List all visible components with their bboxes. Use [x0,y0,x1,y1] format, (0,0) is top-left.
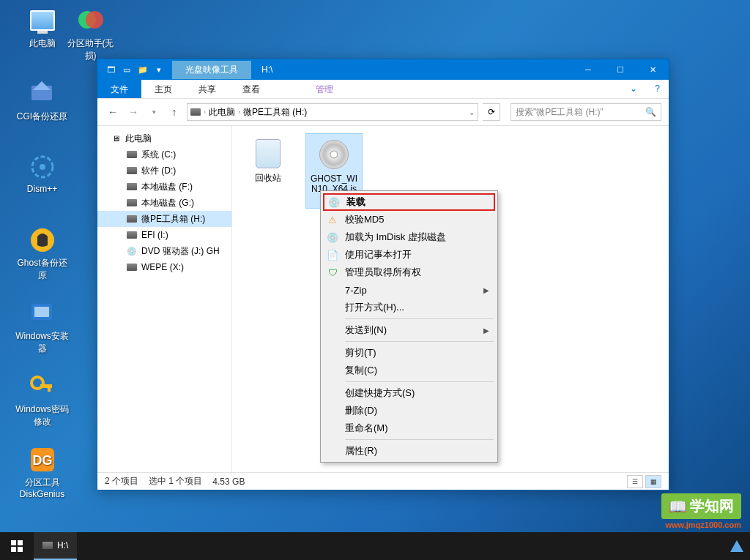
ctx-separator [345,341,494,342]
ctx-cut[interactable]: 剪切(T) [323,344,495,362]
ctx-7zip[interactable]: 7-Zip ▶ [323,281,495,299]
ctx-imdisk[interactable]: 💿 加载为 ImDisk 虚拟磁盘 [323,228,495,246]
disc-icon: 💿 [326,231,339,244]
ribbon-tab-manage[interactable]: 管理 [302,80,346,98]
tree-drive-x[interactable]: WEPE (X:) [97,259,231,275]
svg-rect-11 [48,387,51,392]
minimize-button[interactable]: ─ [572,59,604,80]
drive-icon [42,540,53,550]
tree-dvd-drive[interactable]: 💿DVD 驱动器 (J:) GH [97,243,231,259]
ribbon-tabs: 文件 主页 共享 查看 管理 ⌄ ? [97,80,669,99]
tree-this-pc[interactable]: 🖥 此电脑 [97,130,231,146]
title-bar: 🗔 ▭ 📁 ▾ 光盘映像工具 H:\ ─ ☐ ✕ [97,59,669,80]
help-icon[interactable]: ? [646,80,669,98]
submenu-arrow-icon: ▶ [483,326,489,335]
nav-forward-button[interactable]: → [125,104,141,120]
desktop-icon-ghost[interactable]: Ghost备份还原 [15,225,70,282]
desktop-icon-label: Windows安装器 [15,330,70,355]
ctx-delete[interactable]: 删除(D) [323,402,495,419]
view-icons-button[interactable]: ▦ [645,475,661,488]
nav-up-button[interactable]: ↑ [166,104,182,120]
ctx-sendto[interactable]: 发送到(N) ▶ [323,321,495,339]
tree-drive-g[interactable]: 本地磁盘 (G:) [97,195,231,211]
ribbon-tab-file[interactable]: 文件 [97,80,141,98]
status-bar: 2 个项目 选中 1 个项目 4.53 GB ☰ ▦ [97,472,669,490]
tray-icon[interactable] [728,537,746,555]
svg-rect-14 [11,540,16,545]
desktop-icon-partition-assistant[interactable]: 分区助手(无损) [63,6,118,62]
submenu-arrow-icon: ▶ [483,286,489,294]
view-details-button[interactable]: ☰ [627,475,643,488]
nav-history-dropdown[interactable]: ▾ [146,104,162,120]
ctx-notepad[interactable]: 📄 使用记事本打开 [323,246,495,264]
ctx-separator [345,381,494,382]
desktop-icon-label: 分区工具DiskGenius [15,477,70,499]
tree-drive-h[interactable]: 微PE工具箱 (H:) [97,211,231,227]
desktop-icon-windows-installer[interactable]: Windows安装器 [15,299,70,355]
desktop-icon-this-pc[interactable]: 此电脑 [15,6,70,50]
book-icon: 📖 [669,498,687,515]
ctx-separator [345,318,494,319]
ctx-md5[interactable]: ⚠ 校验MD5 [323,211,495,228]
svg-rect-17 [18,547,23,552]
drive-icon [190,107,201,117]
tree-drive-f[interactable]: 本地磁盘 (F:) [97,179,231,195]
svg-rect-8 [34,307,49,317]
tree-drive-c[interactable]: 系统 (C:) [97,146,231,163]
context-menu: 💿 装载 ⚠ 校验MD5 💿 加载为 ImDisk 虚拟磁盘 📄 使用记事本打开… [320,190,498,463]
address-bar[interactable]: ›此电脑 ›微PE工具箱 (H:) ⌄ [187,103,478,121]
svg-point-5 [40,164,45,170]
ctx-properties[interactable]: 属性(R) [323,442,495,460]
status-size: 4.53 GB [212,477,245,487]
system-tray[interactable] [728,537,750,555]
warning-icon: ⚠ [326,213,339,226]
desktop-icon-password[interactable]: Windows密码修改 [15,372,70,428]
breadcrumb-root[interactable]: 此电脑 [209,106,235,119]
start-button[interactable] [0,532,34,560]
file-recycle-bin[interactable]: 回收站 [240,133,297,186]
desktop-icon-label: CGI备份还原 [17,111,67,123]
qat-dropdown-icon[interactable]: ▾ [153,64,165,75]
ctx-mount[interactable]: 💿 装载 [323,193,495,211]
taskbar-item-explorer[interactable]: H:\ [34,532,77,560]
ribbon-tab-view[interactable]: 查看 [229,80,273,98]
ctx-rename[interactable]: 重命名(M) [323,419,495,437]
search-input[interactable]: 搜索"微PE工具箱 (H:)" 🔍 [510,103,661,121]
ribbon-expand-icon[interactable]: ⌄ [621,80,646,98]
ctx-separator [345,439,494,440]
dvd-icon: 💿 [127,246,137,256]
desktop-icon-dism[interactable]: Dism++ [15,152,70,194]
close-button[interactable]: ✕ [636,59,669,80]
desktop-icon-diskgenius[interactable]: DG 分区工具DiskGenius [15,445,70,499]
ctx-openwith[interactable]: 打开方式(H)... [323,299,495,316]
refresh-button[interactable]: ⟳ [483,103,500,121]
status-selected: 选中 1 个项目 [149,475,202,488]
ctx-shortcut[interactable]: 创建快捷方式(S) [323,384,495,402]
ctx-copy[interactable]: 复制(C) [323,362,495,379]
address-row: ← → ▾ ↑ ›此电脑 ›微PE工具箱 (H:) ⌄ ⟳ 搜索"微PE工具箱 … [97,99,669,126]
status-item-count: 2 个项目 [105,475,138,488]
watermark: 📖学知网 www.jmqz1000.com [661,493,741,529]
svg-text:DG: DG [32,453,52,468]
nav-back-button[interactable]: ← [105,104,121,120]
navigation-pane[interactable]: 🖥 此电脑 系统 (C:) 软件 (D:) 本地磁盘 (F:) 本地磁盘 (G:… [97,126,232,472]
address-dropdown-icon[interactable]: ⌄ [469,108,475,116]
contextual-tab[interactable]: 光盘映像工具 [172,61,251,79]
desktop-icon-cgi-backup[interactable]: CGI备份还原 [15,79,70,123]
svg-point-1 [86,11,103,29]
qat-newfolder-icon[interactable]: 📁 [137,64,149,75]
svg-rect-15 [18,540,23,545]
watermark-url: www.jmqz1000.com [661,520,741,529]
ctx-admin[interactable]: 🛡 管理员取得所有权 [323,264,495,281]
ribbon-tab-share[interactable]: 共享 [185,80,229,98]
maximize-button[interactable]: ☐ [604,59,636,80]
ribbon-tab-home[interactable]: 主页 [141,80,185,98]
qat-properties-icon[interactable]: ▭ [121,64,133,75]
disc-icon: 💿 [327,195,341,209]
tree-drive-d[interactable]: 软件 (D:) [97,163,231,179]
search-placeholder: 搜索"微PE工具箱 (H:)" [516,106,604,119]
breadcrumb-location[interactable]: 微PE工具箱 (H:) [243,106,307,119]
tree-drive-i[interactable]: EFI (I:) [97,227,231,243]
svg-marker-18 [730,540,743,552]
shield-icon: 🛡 [326,266,339,279]
